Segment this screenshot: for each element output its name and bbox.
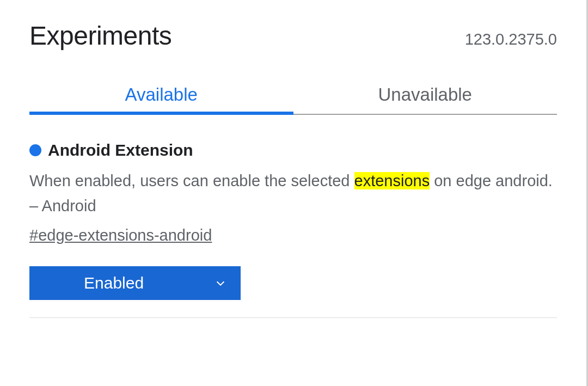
experiment-description: When enabled, users can enable the selec… xyxy=(29,168,557,219)
chevron-down-icon xyxy=(215,277,226,289)
dropdown-selected-label: Enabled xyxy=(84,274,182,292)
experiment-title-row: Android Extension xyxy=(29,141,557,160)
tab-unavailable[interactable]: Unavailable xyxy=(293,84,558,115)
experiments-page: Experiments 123.0.2375.0 Available Unava… xyxy=(0,0,588,386)
header-row: Experiments 123.0.2375.0 xyxy=(29,21,557,51)
desc-highlight: extensions xyxy=(354,172,430,189)
experiment-anchor-link[interactable]: #edge-extensions-android xyxy=(29,226,212,244)
tab-available[interactable]: Available xyxy=(29,84,293,115)
experiment-title: Android Extension xyxy=(48,141,193,160)
page-title: Experiments xyxy=(29,21,171,51)
desc-prefix: When enabled, users can enable the selec… xyxy=(29,172,354,189)
status-dot-icon xyxy=(29,144,41,156)
experiment-item: Android Extension When enabled, users ca… xyxy=(29,141,557,318)
version-text: 123.0.2375.0 xyxy=(465,30,557,48)
tab-bar: Available Unavailable xyxy=(29,84,557,115)
state-dropdown[interactable]: Enabled xyxy=(29,266,241,300)
